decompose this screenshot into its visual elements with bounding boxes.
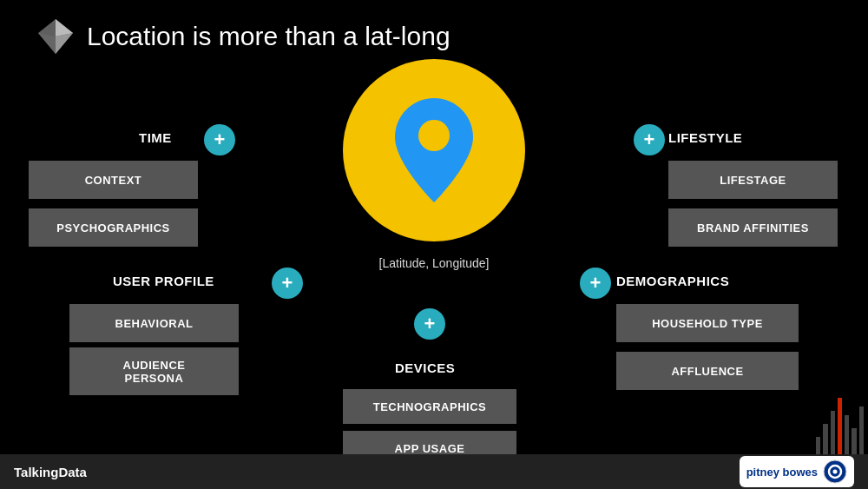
affluence-tag: AFFLUENCE: [616, 352, 799, 390]
household-type-tag: HOUSEHOLD TYPE: [616, 304, 799, 342]
devices-plus-button[interactable]: +: [414, 308, 445, 340]
svg-point-4: [418, 120, 450, 151]
audience-persona-tag: AUDIENCEPERSONA: [69, 347, 239, 395]
user-profile-plus-button[interactable]: +: [272, 268, 303, 299]
demographics-section-label: DEMOGRAPHICS: [616, 274, 729, 288]
bar-chart-decoration: [816, 385, 868, 454]
lat-long-label: [Latitude, Longitude]: [379, 256, 490, 270]
talking-data-brand: TalkingData: [14, 465, 87, 479]
user-profile-section-label: USER PROFILE: [113, 274, 214, 288]
page-title: Location is more than a lat-long: [87, 22, 450, 51]
lifestage-tag: LIFESTAGE: [668, 161, 838, 199]
brand-affinities-tag: BRAND AFFINITIES: [668, 208, 838, 247]
time-plus-button[interactable]: +: [204, 124, 235, 155]
pitney-bowes-logo: pitney bowes: [740, 456, 854, 487]
context-tag: CONTEXT: [29, 161, 198, 199]
svg-marker-2: [38, 33, 56, 54]
lifestyle-section-label: LIFESTYLE: [668, 130, 742, 145]
logo-icon: [35, 16, 76, 57]
pitney-bowes-text: pitney bowes: [746, 466, 818, 479]
demographics-plus-button[interactable]: +: [580, 268, 611, 299]
technographics-tag: TECHNOGRAPHICS: [343, 389, 516, 424]
bottom-bar: TalkingData pitney bowes: [0, 454, 868, 489]
pitney-bowes-icon: [823, 459, 847, 484]
svg-point-7: [833, 470, 838, 474]
lifestyle-plus-button[interactable]: +: [634, 124, 665, 155]
behavioral-tag: BEHAVIORAL: [69, 304, 239, 342]
time-section-label: TIME: [139, 130, 172, 145]
devices-section-label: DEVICES: [395, 360, 455, 375]
center-location-circle: [343, 59, 525, 241]
location-pin-icon: [386, 94, 482, 207]
svg-marker-3: [56, 33, 73, 54]
psychographics-tag: PSYCHOGRAPHICS: [29, 208, 198, 247]
title-area: Location is more than a lat-long: [35, 16, 450, 57]
